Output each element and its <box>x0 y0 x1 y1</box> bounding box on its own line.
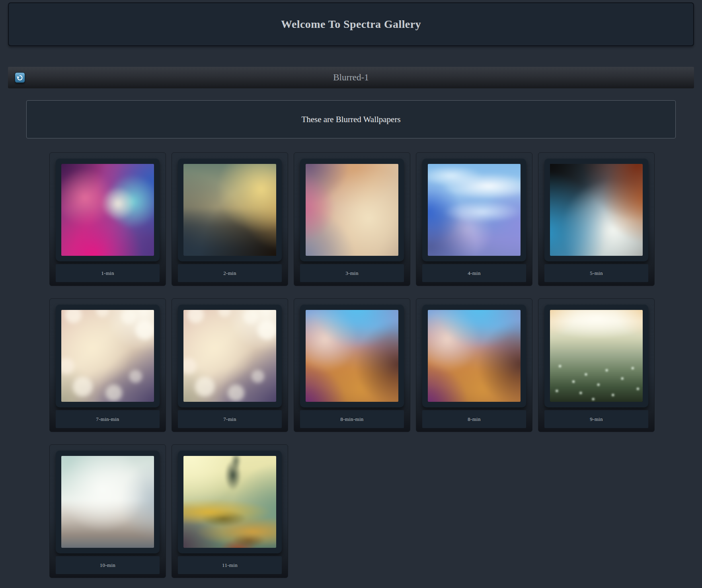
spectra-gallery-page: Welcome To Spectra Gallery Blurred-1 The… <box>0 2 702 588</box>
page-title: Welcome To Spectra Gallery <box>281 18 421 31</box>
thumbnail-frame <box>300 304 404 407</box>
wallpaper-thumbnail[interactable] <box>306 310 398 402</box>
wallpaper-thumbnail[interactable] <box>183 164 276 256</box>
thumbnail-caption: 7-min <box>178 410 282 428</box>
caption-text: 3-min <box>345 270 359 276</box>
thumbnail-caption: 10-min <box>56 556 160 574</box>
thumbnail-caption: 1-min <box>56 264 160 282</box>
blurred-wallpaper-image <box>183 310 276 402</box>
caption-text: 5-min <box>590 270 603 276</box>
caption-text: 10-min <box>100 562 115 569</box>
blurred-wallpaper-image <box>61 456 154 548</box>
wallpaper-thumbnail[interactable] <box>550 164 643 256</box>
thumbnail-caption: 5-min <box>544 264 648 282</box>
wallpaper-thumbnail[interactable] <box>306 164 398 256</box>
gallery-card[interactable]: 7-min-min <box>49 298 166 432</box>
thumbnail-frame <box>422 304 526 407</box>
gallery-card[interactable]: 7-min <box>172 298 288 432</box>
album-description: These are Blurred Wallpapers <box>301 115 400 125</box>
gallery-card[interactable]: 11-min <box>172 444 288 578</box>
thumbnail-frame <box>300 158 404 261</box>
blurred-wallpaper-image <box>306 310 398 402</box>
gallery-card[interactable]: 4-min <box>416 152 532 286</box>
back-button[interactable] <box>15 72 25 83</box>
album-description-box: These are Blurred Wallpapers <box>26 100 676 138</box>
blurred-wallpaper-image <box>306 164 398 256</box>
thumbnail-frame <box>178 450 282 553</box>
thumbnail-caption: 8-min <box>422 410 526 428</box>
wallpaper-thumbnail[interactable] <box>61 310 154 402</box>
caption-text: 4-min <box>468 270 481 276</box>
blurred-wallpaper-image <box>428 310 521 402</box>
blurred-wallpaper-image <box>550 310 643 402</box>
thumbnail-caption: 7-min-min <box>56 410 160 428</box>
caption-text: 8-min-min <box>340 416 363 423</box>
thumbnail-frame <box>56 158 160 261</box>
gallery-card[interactable]: 8-min-min <box>294 298 410 432</box>
welcome-header: Welcome To Spectra Gallery <box>8 2 694 46</box>
caption-text: 2-min <box>223 270 236 276</box>
thumbnail-frame <box>56 304 160 407</box>
blurred-wallpaper-image <box>183 164 276 256</box>
thumbnail-frame <box>544 304 648 407</box>
gallery-card[interactable]: 10-min <box>49 444 166 578</box>
thumbnail-caption: 11-min <box>178 556 282 574</box>
gallery-card[interactable]: 8-min <box>416 298 532 432</box>
caption-text: 7-min <box>223 416 236 423</box>
caption-text: 7-min-min <box>96 416 119 423</box>
blurred-wallpaper-image <box>428 164 521 256</box>
caption-text: 8-min <box>468 416 481 423</box>
thumbnail-caption: 3-min <box>300 264 404 282</box>
album-title-bar: Blurred-1 <box>8 67 694 88</box>
blurred-wallpaper-image <box>183 456 276 548</box>
thumbnail-frame <box>544 158 648 261</box>
wallpaper-thumbnail[interactable] <box>428 164 521 256</box>
gallery-card[interactable]: 5-min <box>538 152 655 286</box>
wallpaper-grid: 1-min 2-min 3-min 4-min 5-min <box>49 152 657 578</box>
thumbnail-frame <box>178 158 282 261</box>
gallery-card[interactable]: 9-min <box>538 298 655 432</box>
thumbnail-caption: 8-min-min <box>300 410 404 428</box>
gallery-card[interactable]: 2-min <box>172 152 288 286</box>
undo-back-arrow-icon <box>16 74 23 81</box>
blurred-wallpaper-image <box>550 164 643 256</box>
caption-text: 11-min <box>222 562 238 569</box>
gallery-card[interactable]: 3-min <box>294 152 410 286</box>
thumbnail-caption: 9-min <box>544 410 648 428</box>
thumbnail-caption: 4-min <box>422 264 526 282</box>
blurred-wallpaper-image <box>61 310 154 402</box>
thumbnail-caption: 2-min <box>178 264 282 282</box>
wallpaper-thumbnail[interactable] <box>61 456 154 548</box>
thumbnail-frame <box>422 158 526 261</box>
album-title: Blurred-1 <box>333 72 369 83</box>
caption-text: 1-min <box>101 270 114 276</box>
wallpaper-thumbnail[interactable] <box>550 310 643 402</box>
thumbnail-frame <box>56 450 160 553</box>
blurred-wallpaper-image <box>61 164 154 256</box>
wallpaper-thumbnail[interactable] <box>428 310 521 402</box>
wallpaper-thumbnail[interactable] <box>183 310 276 402</box>
caption-text: 9-min <box>590 416 603 423</box>
wallpaper-thumbnail[interactable] <box>183 456 276 548</box>
thumbnail-frame <box>178 304 282 407</box>
wallpaper-thumbnail[interactable] <box>61 164 154 256</box>
gallery-card[interactable]: 1-min <box>49 152 166 286</box>
